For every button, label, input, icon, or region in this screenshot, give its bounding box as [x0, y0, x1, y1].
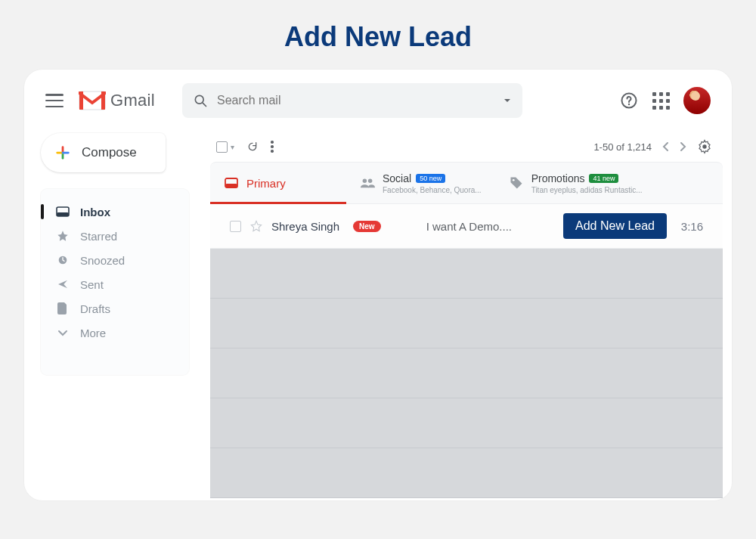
people-icon — [360, 175, 375, 191]
svg-rect-1 — [79, 91, 83, 110]
pagination-text: 1-50 of 1,214 — [593, 141, 652, 153]
topbar-actions — [620, 87, 711, 114]
sidebar-item-label: Starred — [80, 230, 117, 243]
menu-icon[interactable] — [45, 94, 64, 107]
star-icon[interactable] — [250, 220, 262, 232]
email-time: 3:16 — [681, 220, 703, 233]
new-badge: New — [353, 221, 381, 232]
sidebar: Compose Inbox Starred — [24, 132, 197, 500]
tab-social[interactable]: Social 50 new Facebook, Behance, Quora..… — [346, 163, 495, 203]
tab-label: Promotions — [531, 172, 585, 184]
svg-rect-12 — [57, 212, 69, 216]
sidebar-item-label: Drafts — [80, 302, 110, 315]
sidebar-item-label: Inbox — [80, 206, 110, 218]
list-item — [210, 299, 723, 348]
svg-rect-16 — [225, 184, 237, 187]
email-subject: I want A Demo.... — [426, 220, 512, 233]
row-checkbox[interactable] — [230, 221, 241, 232]
settings-icon[interactable] — [697, 139, 712, 154]
search-input[interactable] — [217, 94, 494, 107]
tab-subtext: Facebook, Behance, Quora... — [383, 186, 482, 194]
sidebar-item-sent[interactable]: Sent — [41, 272, 189, 296]
svg-line-4 — [203, 103, 206, 106]
tab-primary[interactable]: Primary — [210, 163, 346, 203]
search-options-icon[interactable] — [503, 96, 512, 105]
tab-promotions[interactable]: Promotions 41 new Titan eyeplus, adidas … — [495, 163, 656, 203]
plus-icon — [54, 144, 71, 161]
inbox-icon — [224, 175, 239, 191]
content-area: ▾ 1-50 of 1,214 — [197, 132, 732, 500]
refresh-icon[interactable] — [246, 141, 259, 153]
sidebar-item-starred[interactable]: Starred — [41, 224, 189, 248]
svg-point-14 — [702, 144, 706, 148]
svg-point-17 — [363, 179, 367, 183]
sidebar-nav: Inbox Starred Snoozed — [41, 189, 189, 375]
sidebar-item-more[interactable]: More — [41, 321, 189, 345]
search-icon — [193, 93, 208, 108]
sidebar-item-label: More — [80, 327, 106, 339]
svg-point-3 — [195, 95, 203, 104]
inbox-icon — [56, 205, 70, 218]
select-all-checkbox[interactable]: ▾ — [216, 141, 234, 153]
tab-badge: 50 new — [416, 174, 445, 183]
gmail-envelope-icon — [79, 91, 106, 110]
sidebar-item-label: Snoozed — [80, 254, 125, 267]
apps-grid-icon[interactable] — [652, 91, 670, 110]
help-icon[interactable] — [620, 91, 638, 110]
svg-rect-2 — [101, 91, 105, 110]
sidebar-item-label: Sent — [80, 278, 104, 291]
avatar[interactable] — [683, 87, 711, 114]
toolbar: ▾ 1-50 of 1,214 — [197, 132, 732, 162]
list-item — [210, 249, 723, 299]
compose-button[interactable]: Compose — [41, 133, 166, 172]
sidebar-item-drafts[interactable]: Drafts — [41, 296, 189, 321]
list-item — [210, 448, 723, 498]
search-bar[interactable] — [182, 83, 522, 118]
gmail-app-window: Gmail — [24, 70, 732, 500]
list-item — [210, 348, 723, 398]
gmail-wordmark: Gmail — [110, 91, 155, 110]
svg-point-6 — [628, 104, 630, 105]
more-actions-icon[interactable] — [271, 141, 274, 153]
sidebar-item-inbox[interactable]: Inbox — [41, 200, 189, 224]
category-tabs: Primary Social 50 new Facebook, Behance,… — [210, 162, 723, 204]
topbar: Gmail — [24, 70, 732, 132]
page-title: Add New Lead — [0, 0, 756, 70]
tab-badge: 41 new — [589, 174, 618, 183]
gmail-logo[interactable]: Gmail — [79, 91, 155, 110]
send-icon — [56, 277, 70, 291]
email-sender: Shreya Singh — [271, 220, 339, 233]
add-new-lead-button[interactable]: Add New Lead — [563, 213, 667, 239]
document-icon — [56, 302, 70, 315]
tag-icon — [509, 175, 524, 191]
compose-label: Compose — [82, 145, 137, 160]
clock-icon — [56, 253, 70, 267]
svg-point-18 — [368, 179, 372, 183]
email-row[interactable]: Shreya Singh New I want A Demo.... Add N… — [210, 204, 723, 249]
tab-subtext: Titan eyeplus, adidas Runtastic... — [531, 186, 643, 194]
placeholder-rows — [210, 249, 723, 498]
page-next-icon[interactable] — [679, 141, 686, 152]
sidebar-item-snoozed[interactable]: Snoozed — [41, 248, 189, 272]
star-icon — [56, 229, 70, 243]
page-prev-icon[interactable] — [662, 141, 670, 152]
tab-label: Primary — [246, 177, 286, 190]
chevron-down-icon — [56, 326, 70, 339]
tab-label: Social — [383, 172, 411, 184]
svg-point-19 — [513, 179, 515, 181]
list-item — [210, 398, 723, 448]
